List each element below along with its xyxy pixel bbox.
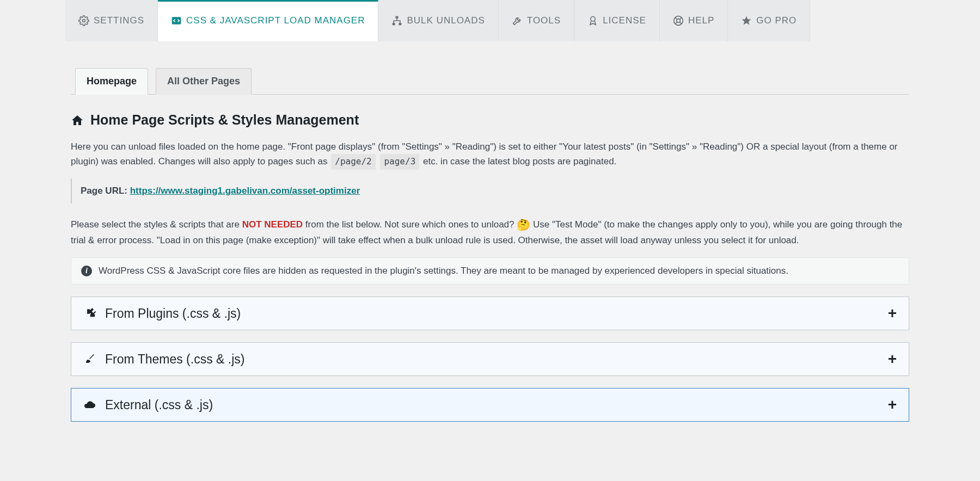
page-heading: Home Page Scripts & Styles Management: [71, 112, 909, 128]
info-text: WordPress CSS & JavaScript core files ar…: [99, 266, 788, 276]
tab-label: GO PRO: [756, 15, 797, 26]
svg-point-7: [677, 19, 681, 23]
main-tabs: SETTINGS CSS & JAVASCRIPT LOAD MANAGER B…: [65, 0, 915, 41]
plus-icon: +: [888, 306, 897, 321]
tab-css-js-manager[interactable]: CSS & JAVASCRIPT LOAD MANAGER: [158, 0, 378, 41]
info-icon: i: [81, 266, 92, 276]
svg-point-0: [83, 20, 85, 22]
wrench-icon: [512, 15, 523, 26]
tab-label: TOOLS: [527, 15, 561, 26]
tab-help[interactable]: HELP: [660, 0, 728, 41]
url-label: Page URL:: [81, 186, 130, 196]
accordion-title: External (.css & .js): [105, 398, 213, 412]
not-needed-emphasis: NOT NEEDED: [242, 219, 303, 230]
tab-label: LICENSE: [603, 15, 646, 26]
svg-rect-3: [393, 23, 395, 25]
svg-rect-2: [396, 16, 399, 18]
select-paragraph: Please select the styles & scripts that …: [71, 217, 909, 248]
tab-label: HELP: [688, 15, 714, 26]
sub-tabs: Homepage All Other Pages: [71, 67, 909, 95]
plus-icon: +: [888, 351, 897, 367]
help-icon: [673, 15, 684, 26]
sitemap-icon: [391, 15, 402, 26]
award-icon: [587, 15, 598, 26]
accordion-title: From Plugins (.css & .js): [105, 306, 241, 321]
thinking-emoji: 🤔: [517, 219, 530, 231]
subtab-homepage[interactable]: Homepage: [75, 68, 148, 95]
tab-label: CSS & JAVASCRIPT LOAD MANAGER: [186, 15, 365, 26]
tab-go-pro[interactable]: GO PRO: [728, 0, 810, 41]
plus-icon: +: [888, 397, 897, 412]
info-notice: i WordPress CSS & JavaScript core files …: [71, 257, 909, 285]
accordion-list: From Plugins (.css & .js) + From Themes …: [71, 297, 909, 422]
plug-icon: [83, 307, 96, 320]
tab-bulk-unloads[interactable]: BULK UNLOADS: [378, 0, 498, 41]
code-pill: /page/2: [331, 154, 375, 170]
page-url-box: Page URL: https://www.staging1.gabelivan…: [71, 178, 909, 203]
accordion-title: From Themes (.css & .js): [105, 352, 244, 367]
tab-license[interactable]: LICENSE: [574, 0, 660, 41]
page-url-link[interactable]: https://www.staging1.gabelivan.com/asset…: [130, 186, 360, 196]
tab-label: SETTINGS: [94, 15, 144, 26]
code-icon: [171, 15, 182, 26]
brush-icon: [83, 353, 96, 366]
accordion-external[interactable]: External (.css & .js) +: [71, 388, 909, 422]
accordion-plugins[interactable]: From Plugins (.css & .js) +: [71, 297, 909, 330]
tab-tools[interactable]: TOOLS: [499, 0, 574, 41]
star-icon: [741, 15, 752, 26]
tab-label: BULK UNLOADS: [407, 15, 485, 26]
cloud-icon: [83, 398, 96, 411]
content-panel: Homepage All Other Pages Home Page Scrip…: [65, 41, 915, 446]
svg-point-5: [591, 17, 595, 21]
gear-icon: [78, 15, 89, 26]
code-pill: page/3: [380, 154, 419, 170]
home-icon: [71, 114, 84, 127]
svg-point-6: [674, 16, 683, 26]
svg-marker-8: [742, 16, 751, 25]
intro-paragraph: Here you can unload files loaded on the …: [71, 140, 909, 170]
heading-text: Home Page Scripts & Styles Management: [90, 112, 359, 128]
accordion-themes[interactable]: From Themes (.css & .js) +: [71, 342, 909, 376]
tab-settings[interactable]: SETTINGS: [65, 0, 158, 41]
svg-rect-4: [399, 23, 402, 25]
subtab-all-other-pages[interactable]: All Other Pages: [156, 68, 252, 95]
